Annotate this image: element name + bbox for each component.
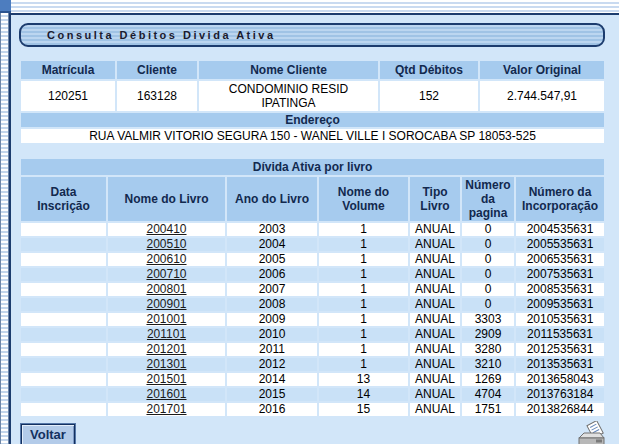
- livro-link[interactable]: 201001: [146, 313, 186, 326]
- livro-cell-volume: 1: [319, 298, 408, 311]
- livro-cell-ano: 2016: [227, 403, 317, 416]
- livro-cell-pagina: 1269: [462, 373, 514, 386]
- livro-table-body: 20041020031ANUAL0200453563120051020041AN…: [21, 223, 604, 416]
- col-header-nome-volume: Nome do Volume: [319, 177, 408, 221]
- livro-cell-tipo: ANUAL: [410, 238, 460, 251]
- livro-cell-tipo: ANUAL: [410, 223, 460, 236]
- left-frame-strip: [0, 13, 9, 444]
- livro-cell-ano: 2005: [227, 253, 317, 266]
- livro-cell-data-inscricao: [21, 343, 106, 356]
- livro-cell-nome-livro: 201001: [108, 313, 225, 326]
- cell-qtd-debitos: 152: [380, 81, 478, 111]
- livro-cell-incorporacao: 2010535631: [516, 313, 604, 326]
- livro-cell-nome-livro: 200801: [108, 283, 225, 296]
- livro-table-row: 20090120081ANUAL02009535631: [21, 298, 604, 311]
- col-header-cliente: Cliente: [117, 61, 197, 79]
- livro-cell-pagina: 0: [462, 253, 514, 266]
- col-header-tipo-livro: Tipo Livro: [410, 177, 460, 221]
- livro-link[interactable]: 201701: [146, 403, 186, 416]
- livro-cell-data-inscricao: [21, 313, 106, 326]
- livro-cell-pagina: 3303: [462, 313, 514, 326]
- livro-cell-ano: 2015: [227, 388, 317, 401]
- top-stripe-bar: [0, 0, 619, 13]
- livro-cell-ano: 2009: [227, 313, 317, 326]
- col-header-ano-livro: Ano do Livro: [227, 177, 317, 221]
- livro-cell-data-inscricao: [21, 298, 106, 311]
- livro-cell-ano: 2004: [227, 238, 317, 251]
- livro-cell-volume: 1: [319, 283, 408, 296]
- app-window: Consulta Débitos Divida Ativa Matrícula …: [0, 0, 619, 444]
- livro-cell-pagina: 4704: [462, 388, 514, 401]
- livro-cell-tipo: ANUAL: [410, 298, 460, 311]
- livro-link[interactable]: 201601: [146, 388, 186, 401]
- livro-link[interactable]: 201301: [146, 358, 186, 371]
- livro-cell-data-inscricao: [21, 268, 106, 281]
- livro-cell-ano: 2008: [227, 298, 317, 311]
- col-header-matricula: Matrícula: [21, 61, 115, 79]
- livro-cell-volume: 1: [319, 358, 408, 371]
- livro-link[interactable]: 200801: [146, 283, 186, 296]
- livro-table-row: 20041020031ANUAL02004535631: [21, 223, 604, 236]
- livro-cell-data-inscricao: [21, 358, 106, 371]
- livro-cell-tipo: ANUAL: [410, 283, 460, 296]
- livro-cell-incorporacao: 2011535631: [516, 328, 604, 341]
- col-header-data-inscricao: Data Inscrição: [21, 177, 106, 221]
- col-header-valor-original: Valor Original: [480, 61, 604, 79]
- livro-cell-incorporacao: 2009535631: [516, 298, 604, 311]
- livro-cell-volume: 14: [319, 388, 408, 401]
- livro-table-row: 20051020041ANUAL02005535631: [21, 238, 604, 251]
- content-panel: Consulta Débitos Divida Ativa Matrícula …: [9, 13, 619, 444]
- livro-cell-volume: 15: [319, 403, 408, 416]
- livro-cell-volume: 1: [319, 238, 408, 251]
- livro-link[interactable]: 201501: [146, 373, 186, 386]
- livro-cell-data-inscricao: [21, 373, 106, 386]
- livro-cell-pagina: 2909: [462, 328, 514, 341]
- livro-table-row: 20071020061ANUAL02007535631: [21, 268, 604, 281]
- voltar-button[interactable]: Voltar: [21, 424, 75, 444]
- livro-table-row: 20100120091ANUAL33032010535631: [21, 313, 604, 326]
- livro-cell-tipo: ANUAL: [410, 403, 460, 416]
- livro-link[interactable]: 200610: [146, 253, 186, 266]
- livro-link[interactable]: 200710: [146, 268, 186, 281]
- livro-cell-tipo: ANUAL: [410, 358, 460, 371]
- livro-link[interactable]: 200901: [146, 298, 186, 311]
- livro-table: Dívida Ativa por livro Data Inscrição No…: [19, 157, 606, 418]
- livro-cell-incorporacao: 2012535631: [516, 343, 604, 356]
- livro-cell-tipo: ANUAL: [410, 268, 460, 281]
- livro-cell-nome-livro: 200410: [108, 223, 225, 236]
- col-header-numero-incorporacao: Número da Incorporação: [516, 177, 604, 221]
- livro-link[interactable]: 200410: [146, 223, 186, 236]
- livro-cell-nome-livro: 200710: [108, 268, 225, 281]
- livro-cell-nome-livro: 201101: [108, 328, 225, 341]
- livro-cell-volume: 1: [319, 343, 408, 356]
- livro-table-row: 20110120101ANUAL29092011535631: [21, 328, 604, 341]
- livro-cell-tipo: ANUAL: [410, 388, 460, 401]
- livro-cell-ano: 2012: [227, 358, 317, 371]
- livro-cell-nome-livro: 201501: [108, 373, 225, 386]
- endereco-value: RUA VALMIR VITORIO SEGURA 150 - WANEL VI…: [21, 129, 604, 143]
- livro-cell-ano: 2010: [227, 328, 317, 341]
- livro-cell-incorporacao: 2013535631: [516, 358, 604, 371]
- col-header-nome-livro: Nome do Livro: [108, 177, 225, 221]
- livro-cell-data-inscricao: [21, 328, 106, 341]
- livro-cell-data-inscricao: [21, 388, 106, 401]
- livro-cell-ano: 2007: [227, 283, 317, 296]
- printer-icon[interactable]: [575, 421, 607, 444]
- livro-cell-data-inscricao: [21, 283, 106, 296]
- livro-table-row: 20120120111ANUAL32802012535631: [21, 343, 604, 356]
- livro-cell-tipo: ANUAL: [410, 373, 460, 386]
- livro-link[interactable]: 201201: [146, 343, 186, 356]
- livro-cell-incorporacao: 2006535631: [516, 253, 604, 266]
- client-table-header-row: Matrícula Cliente Nome Cliente Qtd Débit…: [21, 61, 604, 79]
- livro-cell-volume: 1: [319, 328, 408, 341]
- col-header-qtd-debitos: Qtd Débitos: [380, 61, 478, 79]
- col-header-numero-pagina: Número da pagina: [462, 177, 514, 221]
- livro-cell-incorporacao: 2004535631: [516, 223, 604, 236]
- livro-cell-tipo: ANUAL: [410, 343, 460, 356]
- livro-cell-incorporacao: 2013763184: [516, 388, 604, 401]
- livro-cell-volume: 13: [319, 373, 408, 386]
- livro-cell-pagina: 0: [462, 238, 514, 251]
- livro-cell-volume: 1: [319, 223, 408, 236]
- livro-link[interactable]: 200510: [146, 238, 186, 251]
- livro-link[interactable]: 201101: [147, 328, 186, 341]
